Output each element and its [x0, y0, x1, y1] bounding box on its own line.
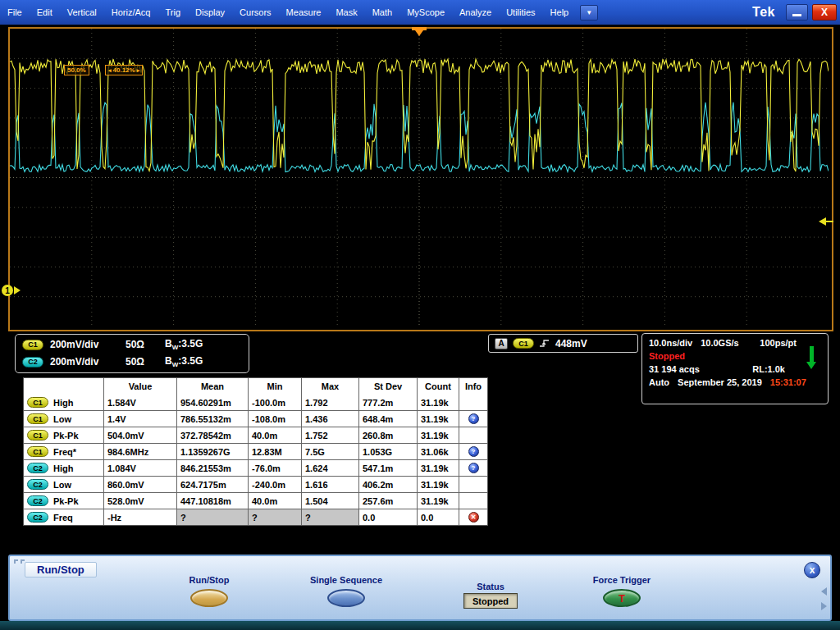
acquisition-count: 31 194 acqs [649, 364, 700, 374]
menu-item-horiz-acq[interactable]: Horiz/Acq [104, 0, 158, 25]
cell-max: ? [302, 509, 358, 525]
trigger-readout-box[interactable]: A C1 448mV [488, 334, 638, 353]
cell-stdev: 406.2m [359, 477, 417, 492]
menu-item-measure[interactable]: Measure [279, 0, 329, 25]
cell-min: ? [249, 509, 301, 525]
menu-item-math[interactable]: Math [365, 0, 399, 25]
cell-mean: 846.21553m [177, 460, 248, 476]
trigger-mode-value: Auto [649, 377, 669, 387]
cell-max: 1.504 [302, 493, 358, 509]
cell-stdev: 260.8m [359, 427, 417, 443]
measurement-row-label[interactable]: C2Low [24, 477, 103, 492]
cell-count: 31.19k [418, 427, 459, 443]
cell-mean: 447.10818m [177, 493, 248, 509]
run-stop-button[interactable] [190, 589, 228, 607]
cell-value: 1.584V [104, 395, 176, 410]
measurement-row-label[interactable]: C1Low [24, 411, 103, 427]
menu-item-myscope[interactable]: MyScope [399, 0, 452, 25]
cell-max: 1.624 [302, 460, 358, 476]
cell-mean: 954.60291m [177, 395, 248, 410]
cell-max: 1.752 [302, 427, 358, 443]
cell-min: -76.0m [249, 460, 301, 476]
minimize-button[interactable] [786, 4, 808, 21]
cell-stdev: 547.1m [359, 460, 417, 476]
cell-stdev: 0.0 [359, 509, 417, 525]
channel-badge-c1: C1 [27, 446, 48, 457]
ch1-readout[interactable]: C1 200mV/div 50Ω BW:3.5G [22, 338, 242, 351]
cell-max: 1.436 [302, 411, 358, 427]
cell-info: ? [459, 460, 487, 476]
delay-flag[interactable]: ◂ 40.12% ▸ [105, 65, 143, 75]
arrow-left-icon [819, 217, 826, 226]
col-header-st-dev: St Dev [359, 378, 417, 395]
ch2-readout[interactable]: C2 200mV/div 50Ω BW:3.5G [22, 355, 242, 368]
channel-badge-c2: C2 [27, 512, 48, 523]
cell-min: -108.0m [249, 411, 301, 427]
trigger-position-marker[interactable] [412, 27, 427, 30]
cell-min: 40.0m [249, 427, 301, 443]
cell-count: 0.0 [418, 509, 459, 525]
date-value: September 25, 2019 [678, 377, 762, 387]
measurement-row-label[interactable]: C2Freq [24, 509, 103, 525]
cell-mean: 624.7175m [177, 477, 248, 492]
menu-item-trig[interactable]: Trig [158, 0, 188, 25]
menu-item-edit[interactable]: Edit [30, 0, 60, 25]
cell-stdev: 777.2m [359, 395, 417, 410]
menu-item-display[interactable]: Display [188, 0, 232, 25]
panel-side-arrows[interactable] [821, 587, 827, 610]
cell-value: 1.4V [104, 411, 176, 427]
menu-item-cursors[interactable]: Cursors [232, 0, 279, 25]
menu-item-help[interactable]: Help [543, 0, 577, 25]
ch2-impedance: 50Ω [126, 356, 165, 368]
menu-item-mask[interactable]: Mask [328, 0, 364, 25]
ch1-scale: 200mV/div [50, 339, 126, 350]
col-header-name [24, 378, 103, 395]
cell-min: 40.0m [249, 493, 301, 509]
trigger-source-badge: C1 [513, 338, 534, 349]
trigger-level-marker[interactable] [819, 217, 833, 226]
menu-item-vertical[interactable]: Vertical [60, 0, 104, 25]
col-header-count: Count [418, 378, 459, 395]
cell-count: 31.19k [418, 395, 459, 410]
col-header-min: Min [249, 378, 301, 395]
trigger-position-flag[interactable]: 50.0% [64, 65, 89, 75]
panel-title: Run/Stop [25, 562, 97, 578]
cell-info [459, 493, 487, 509]
measurement-row-label[interactable]: C1Freq* [24, 444, 103, 459]
measurement-row-label[interactable]: C2Pk-Pk [24, 493, 103, 509]
panel-grip-icon [14, 559, 25, 564]
col-header-mean: Mean [177, 378, 248, 395]
record-length: RL:1.0k [752, 364, 785, 374]
single-sequence-button[interactable] [327, 589, 365, 607]
resolution-value: 100ps/pt [760, 338, 797, 348]
channel-badge-c2: C2 [27, 479, 48, 490]
cell-info [459, 427, 487, 443]
cell-stdev: 648.4m [359, 411, 417, 427]
force-trigger-icon: T [619, 592, 625, 605]
run-stop-panel: Run/Stop Run/Stop Single Sequence Status… [8, 555, 832, 621]
force-trigger-button[interactable]: T [603, 589, 641, 607]
cell-value: 984.6MHz [104, 444, 176, 459]
ch1-ground-marker[interactable]: 1 [2, 285, 21, 296]
titlebar-right: Tek X [752, 4, 840, 21]
cell-info: ? [459, 444, 487, 459]
panel-close-button[interactable]: x [804, 562, 820, 578]
arrow-right-icon [14, 286, 21, 294]
measurement-row-label[interactable]: C1High [24, 395, 103, 410]
arrow-left-icon [821, 587, 827, 596]
cell-value: 1.084V [104, 460, 176, 476]
close-button[interactable]: X [812, 4, 837, 21]
measurement-row-label[interactable]: C2High [24, 460, 103, 476]
horizontal-readout-box: 10.0ns/div 10.0GS/s 100ps/pt Stopped 31 … [641, 333, 829, 404]
cell-max: 1.616 [302, 477, 358, 492]
cell-info: ? [459, 411, 487, 427]
info-error-icon: ✕ [468, 512, 479, 523]
menu-item-analyze[interactable]: Analyze [452, 0, 499, 25]
cell-count: 31.06k [418, 444, 459, 459]
measurement-row-label[interactable]: C1Pk-Pk [24, 427, 103, 443]
menu-item-file[interactable]: File [0, 0, 30, 25]
cell-count: 31.19k [418, 477, 459, 492]
menu-dropdown-button[interactable]: ▼ [580, 5, 598, 21]
menu-item-utilities[interactable]: Utilities [499, 0, 542, 25]
trigger-position-label: 50.0% [67, 66, 86, 74]
